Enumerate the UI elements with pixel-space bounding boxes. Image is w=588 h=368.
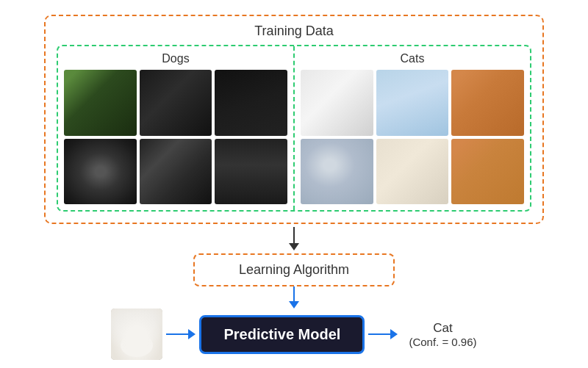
diagram-container: Training Data Dogs Cats xyxy=(0,0,588,368)
svg-point-1 xyxy=(121,333,153,357)
blue-arrowhead-1 xyxy=(188,329,196,339)
blue-line-2 xyxy=(368,333,390,335)
arrow-algo-to-model xyxy=(44,286,544,309)
blue-arrow-head xyxy=(289,301,299,309)
training-data-box: Training Data Dogs Cats xyxy=(44,15,544,224)
test-dog-svg xyxy=(111,309,162,360)
dogs-section: Dogs xyxy=(58,46,295,210)
training-data-title: Training Data xyxy=(57,24,531,39)
dog-image-2 xyxy=(140,70,212,136)
arrow-line-1 xyxy=(293,227,295,243)
dogs-image-grid xyxy=(64,70,287,204)
dog-image-6 xyxy=(215,139,287,205)
cats-section: Cats xyxy=(295,46,530,210)
result-line1: Cat xyxy=(409,321,476,336)
test-image-side xyxy=(111,309,162,360)
svg-point-4 xyxy=(142,317,155,333)
predictive-model-row: Predictive Model Cat (Conf. = 0.96) xyxy=(0,309,588,360)
test-dog-image xyxy=(111,309,162,360)
cat-image-4 xyxy=(301,139,373,205)
cat-image-2 xyxy=(376,70,449,136)
arrow-head-1 xyxy=(289,243,299,250)
blue-arrow-to-model xyxy=(166,329,196,339)
svg-point-3 xyxy=(118,317,132,333)
cat-image-1 xyxy=(301,70,373,136)
dog-image-3 xyxy=(215,70,287,136)
blue-arrowhead-2 xyxy=(390,329,398,339)
result-line2: (Conf. = 0.96) xyxy=(409,336,476,348)
blue-line-1 xyxy=(166,333,188,335)
svg-point-8 xyxy=(123,317,151,342)
blue-vertical-line xyxy=(293,286,295,301)
svg-point-5 xyxy=(130,326,135,331)
svg-point-6 xyxy=(139,326,143,331)
cat-image-5 xyxy=(376,139,449,205)
svg-rect-0 xyxy=(111,309,162,360)
training-data-inner: Dogs Cats xyxy=(57,45,531,212)
learning-algorithm-box: Learning Algorithm xyxy=(193,253,395,286)
dog-image-4 xyxy=(64,139,137,205)
blue-arrow-to-result xyxy=(368,329,398,339)
cat-image-6 xyxy=(451,139,524,205)
arrow-training-to-algo xyxy=(289,227,299,250)
predictive-model-box: Predictive Model xyxy=(199,315,365,354)
dogs-title: Dogs xyxy=(64,52,287,65)
dog-image-1 xyxy=(64,70,137,136)
svg-point-2 xyxy=(123,317,150,341)
cats-image-grid xyxy=(301,70,524,204)
dog-image-5 xyxy=(140,139,212,205)
cats-title: Cats xyxy=(301,52,524,65)
result-text: Cat (Conf. = 0.96) xyxy=(409,321,476,348)
svg-point-7 xyxy=(134,331,140,335)
cat-image-3 xyxy=(451,70,524,136)
